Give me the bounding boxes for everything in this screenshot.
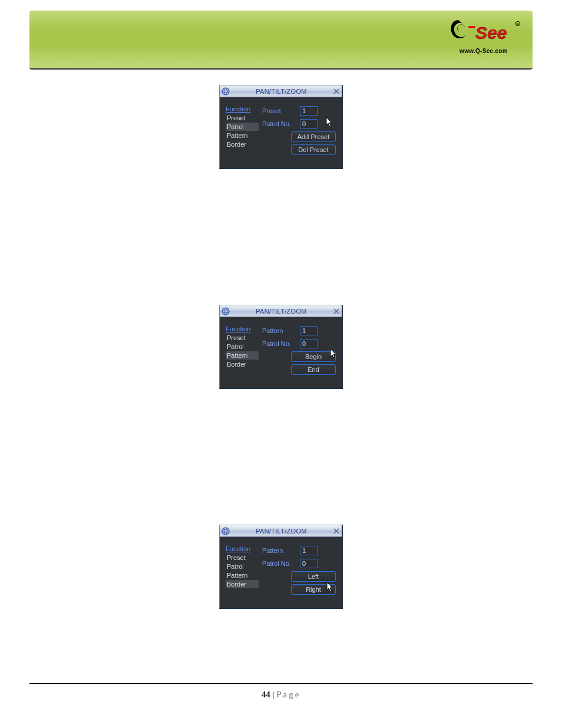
function-item-preset[interactable]: Preset (226, 554, 259, 562)
dialog-body: FunctionPresetPatrolPatternBorderPattern… (220, 317, 342, 388)
field-label: Pattern (262, 547, 297, 554)
svg-point-14 (222, 528, 229, 535)
svg-point-4 (222, 88, 229, 95)
function-header: Function (226, 106, 259, 113)
right-button[interactable]: Right (291, 584, 336, 595)
dialog-body: FunctionPresetPatrolPatternBorderPreset1… (220, 97, 342, 168)
svg-point-15 (222, 529, 229, 532)
header-banner: See R www.Q-See.com (29, 11, 533, 70)
field-label: Pattern (262, 327, 297, 334)
field-input[interactable]: 0 (300, 339, 318, 348)
dialog-title: PAN/TILT/ZOOM (232, 88, 331, 95)
function-header: Function (226, 545, 259, 552)
function-item-patrol[interactable]: Patrol (226, 342, 259, 351)
brand-logo: See R www.Q-See.com (445, 14, 522, 54)
end-button[interactable]: End (291, 364, 336, 375)
function-item-border[interactable]: Border (226, 140, 259, 149)
page-footer: 44 | Page (0, 690, 562, 700)
close-button[interactable] (331, 306, 342, 317)
dialog-title: PAN/TILT/ZOOM (232, 308, 331, 315)
field-input[interactable]: 0 (300, 119, 318, 129)
ptz-dialog: PAN/TILT/ZOOMFunctionPresetPatrolPattern… (219, 85, 343, 169)
close-button[interactable] (331, 526, 342, 536)
function-item-pattern[interactable]: Pattern (226, 571, 259, 579)
dialog-body: FunctionPresetPatrolPatternBorderPattern… (220, 537, 342, 608)
field-input[interactable]: 1 (300, 106, 318, 116)
dialog-titlebar: PAN/TILT/ZOOM (220, 525, 342, 537)
function-item-patrol[interactable]: Patrol (226, 562, 259, 571)
page-label: Page (276, 690, 300, 699)
field-label: Patrol No. (262, 340, 297, 347)
field-label: Patrol No. (262, 560, 297, 567)
field-input[interactable]: 0 (300, 559, 318, 568)
svg-point-6 (224, 88, 227, 95)
svg-text:See: See (475, 23, 507, 42)
svg-point-10 (222, 309, 229, 312)
close-button[interactable] (331, 86, 342, 97)
field-label: Preset (262, 107, 297, 114)
ptz-dialog: PAN/TILT/ZOOMFunctionPresetPatrolPattern… (219, 525, 343, 609)
page-number: 44 (262, 690, 270, 699)
field-input[interactable]: 1 (300, 326, 318, 335)
svg-point-9 (222, 308, 229, 315)
globe-icon (220, 85, 232, 97)
field-label: Patrol No. (262, 120, 297, 127)
page-bar: | (270, 690, 277, 699)
globe-icon (220, 305, 232, 317)
dialog-title: PAN/TILT/ZOOM (232, 528, 331, 535)
svg-point-5 (222, 90, 229, 93)
begin-button[interactable]: Begin (291, 351, 336, 362)
function-item-pattern[interactable]: Pattern (226, 351, 259, 360)
dialog-titlebar: PAN/TILT/ZOOM (220, 305, 342, 317)
add-preset-button[interactable]: Add Preset (291, 131, 336, 142)
svg-point-16 (224, 528, 227, 535)
brand-url: www.Q-See.com (445, 48, 522, 54)
function-item-patrol[interactable]: Patrol (226, 123, 259, 131)
svg-point-11 (224, 308, 227, 315)
ptz-dialog: PAN/TILT/ZOOMFunctionPresetPatrolPattern… (219, 305, 343, 389)
footer-rule (29, 683, 533, 684)
function-item-border[interactable]: Border (226, 580, 259, 588)
function-item-pattern[interactable]: Pattern (226, 131, 259, 140)
function-item-preset[interactable]: Preset (226, 114, 259, 122)
left-button[interactable]: Left (291, 571, 336, 582)
svg-text:R: R (517, 22, 519, 26)
function-item-border[interactable]: Border (226, 360, 259, 368)
field-input[interactable]: 1 (300, 546, 318, 555)
globe-icon (220, 525, 232, 537)
function-item-preset[interactable]: Preset (226, 334, 259, 342)
function-header: Function (226, 325, 259, 332)
del-preset-button[interactable]: Del Preset (291, 144, 336, 155)
dialog-titlebar: PAN/TILT/ZOOM (220, 85, 342, 97)
